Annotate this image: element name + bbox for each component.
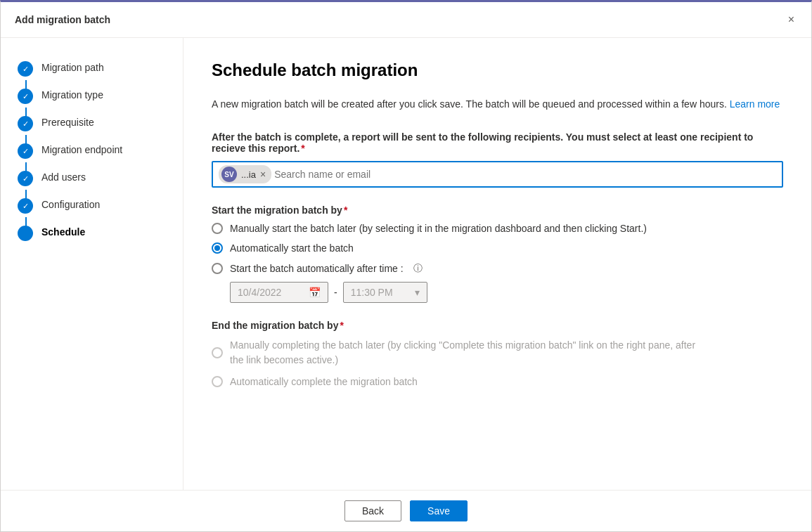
radio-after-time[interactable] [212,263,223,274]
radio-label-auto-complete: Automatically complete the migration bat… [230,376,418,387]
description-text: A new migration batch will be created af… [212,97,783,112]
recipient-avatar: SV [221,167,237,182]
start-section-label: Start the migration batch by* [212,205,783,216]
radio-auto-complete [212,376,223,387]
date-value: 10/4/2022 [238,287,281,298]
step-label-migration-endpoint: Migration endpoint [41,143,122,155]
sidebar-item-prerequisite[interactable]: ✓ Prerequisite [1,110,183,137]
step-label-migration-type: Migration type [41,88,103,100]
recipient-remove-button[interactable]: × [260,169,266,179]
radio-label-manually: Manually start the batch later (by selec… [230,223,647,234]
page-title: Schedule batch migration [212,60,783,80]
step-circle-prerequisite: ✓ [18,116,33,131]
radio-option-after-time[interactable]: Start the batch automatically after time… [212,262,783,275]
start-section: Start the migration batch by* Manually s… [212,205,783,303]
sidebar-item-configuration[interactable]: ✓ Configuration [1,192,183,219]
radio-automatically[interactable] [212,242,223,254]
back-button[interactable]: Back [344,500,401,521]
dialog-header: Add migration batch × [1,2,811,38]
sidebar-item-add-users[interactable]: ✓ Add users [1,164,183,192]
required-asterisk: * [340,320,343,331]
footer: Back Save [1,490,811,531]
step-circle-migration-path: ✓ [18,61,33,77]
chevron-down-icon: ▾ [415,287,420,298]
step-circle-migration-type: ✓ [18,89,33,104]
main-content: Schedule batch migration A new migration… [183,38,811,490]
date-field[interactable]: 10/4/2022 📅 [230,282,328,303]
step-label-configuration: Configuration [41,197,100,210]
recipient-tag: SV ...ia × [219,165,271,183]
step-label-add-users: Add users [41,170,86,183]
sidebar-item-migration-path[interactable]: ✓ Migration path [1,55,183,82]
checkmark-icon: ✓ [22,147,29,156]
step-label-prerequisite: Prerequisite [41,115,94,128]
calendar-icon: 📅 [309,287,321,298]
step-circle-configuration: ✓ [18,198,33,214]
search-input[interactable] [274,167,776,181]
radio-option-automatically[interactable]: Automatically start the batch [212,242,783,254]
step-label-migration-path: Migration path [41,60,104,73]
recipients-label: After the batch is complete, a report wi… [212,131,783,154]
save-button[interactable]: Save [410,500,468,521]
required-asterisk: * [301,143,304,154]
step-circle-schedule [18,226,33,241]
end-radio-group: Manually completing the batch later (by … [212,338,783,387]
checkmark-icon: ✓ [22,202,29,211]
radio-option-manually-end: Manually completing the batch later (by … [212,338,783,368]
end-section: End the migration batch by* Manually com… [212,320,783,387]
step-label-schedule: Schedule [41,225,85,238]
checkmark-icon: ✓ [22,174,29,183]
end-section-label: End the migration batch by* [212,320,783,331]
close-button[interactable]: × [785,11,797,29]
radio-manually-end [212,347,223,358]
recipients-section: After the batch is complete, a report wi… [212,131,783,188]
dialog-body: ✓ Migration path ✓ Migration type ✓ Prer… [1,38,811,490]
time-field[interactable]: 11:30 PM ▾ [343,282,427,303]
checkmark-icon: ✓ [22,119,29,129]
checkmark-icon: ✓ [22,92,29,101]
radio-option-manually[interactable]: Manually start the batch later (by selec… [212,223,783,234]
radio-label-after-time: Start the batch automatically after time… [230,263,404,274]
required-asterisk: * [344,205,347,216]
sidebar-item-migration-type[interactable]: ✓ Migration type [1,82,183,110]
date-separator: - [334,287,337,298]
info-icon: ⓘ [413,262,423,275]
add-migration-batch-dialog: Add migration batch × ✓ Migration path ✓… [0,0,812,532]
recipient-input-field[interactable]: SV ...ia × [212,161,783,188]
radio-label-automatically: Automatically start the batch [230,242,354,254]
learn-more-link[interactable]: Learn more [730,98,780,110]
date-time-row: 10/4/2022 📅 - 11:30 PM ▾ [230,282,783,303]
dialog-title: Add migration batch [15,14,110,25]
sidebar: ✓ Migration path ✓ Migration type ✓ Prer… [1,38,183,490]
checkmark-icon: ✓ [22,65,29,74]
sidebar-item-migration-endpoint[interactable]: ✓ Migration endpoint [1,137,183,164]
time-value: 11:30 PM [351,287,393,298]
radio-label-manually-end: Manually completing the batch later (by … [230,338,708,368]
recipient-name: ...ia [241,169,256,180]
sidebar-item-schedule[interactable]: Schedule [1,219,183,241]
radio-manually[interactable] [212,223,223,234]
radio-option-auto-complete: Automatically complete the migration bat… [212,376,783,387]
step-circle-add-users: ✓ [18,171,33,186]
start-radio-group: Manually start the batch later (by selec… [212,223,783,275]
step-circle-migration-endpoint: ✓ [18,143,33,159]
